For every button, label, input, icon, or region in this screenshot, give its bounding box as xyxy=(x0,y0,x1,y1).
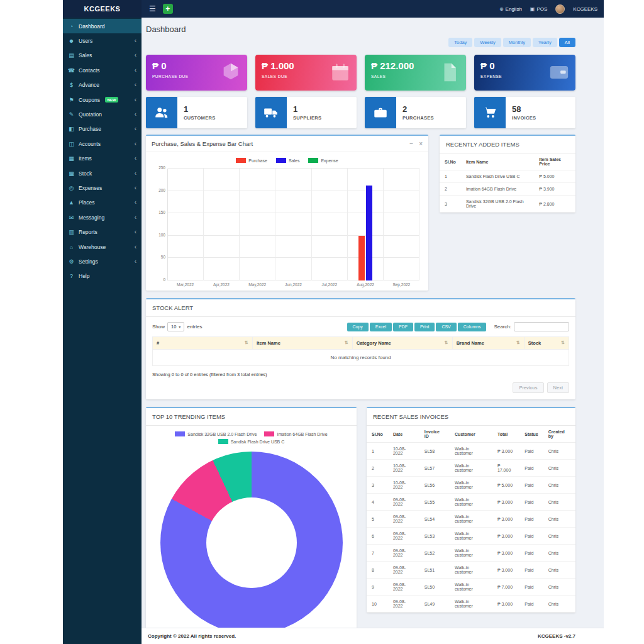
sidebar-item[interactable]: $ Advance ‹ xyxy=(63,78,142,92)
hamburger-icon[interactable]: ☰ xyxy=(149,4,156,13)
item-sales-price: ₱ 3.900 xyxy=(534,183,575,196)
sidebar-item-label: Expenses xyxy=(79,185,102,191)
chevron-left-icon: ‹ xyxy=(135,67,136,74)
column-header: Customer xyxy=(450,426,492,443)
sidebar-item[interactable]: ▤ Sales ‹ xyxy=(63,48,142,63)
sidebar-item[interactable]: ▥ Reports ‹ xyxy=(63,225,142,239)
sidebar-item[interactable]: ▦ Items ‹ xyxy=(63,152,142,166)
sidebar-item[interactable]: ✉ Messaging ‹ xyxy=(63,210,142,225)
filter-button[interactable]: All xyxy=(559,38,575,47)
sidebar-item[interactable]: ▩ Stock ‹ xyxy=(63,166,142,180)
language-menu[interactable]: ⊕ English xyxy=(499,6,522,12)
sidebar-item[interactable]: ⌂ Warehouse ‹ xyxy=(63,240,142,254)
filter-button[interactable]: Weekly xyxy=(474,38,501,47)
sidebar-item[interactable]: ◎ Expenses ‹ xyxy=(63,180,142,195)
invoice-id: SL52 xyxy=(419,545,450,562)
export-button[interactable]: Print xyxy=(414,323,435,331)
invoice-status: Paid xyxy=(519,460,543,477)
chevron-left-icon: ‹ xyxy=(135,170,136,177)
recently-added-items-card: RECENTLY ADDED ITEMS Sl.NoItem NameItem … xyxy=(440,135,575,213)
invoice-customer: Walk-in customer xyxy=(450,596,492,613)
invoice-id: SL58 xyxy=(419,443,450,460)
invoice-total: ₱ 17.000 xyxy=(492,460,519,477)
entries-select[interactable]: 10 ▾ xyxy=(167,322,184,331)
warehouse-icon: ⌂ xyxy=(68,244,75,250)
filter-button[interactable]: Monthly xyxy=(503,38,531,47)
invoice-row: 4 09-08-2022 SL55 Walk-in customer ₱ 3.0… xyxy=(367,494,575,511)
filter-button[interactable]: Today xyxy=(448,38,472,47)
counter-card-invoices: 58 INVOICES xyxy=(474,97,575,128)
sortable-column-header[interactable]: Item Name ⇅ xyxy=(252,337,352,350)
invoice-customer: Walk-in customer xyxy=(450,562,492,579)
close-icon[interactable]: × xyxy=(419,140,423,147)
pos-link[interactable]: ▣ POS xyxy=(530,6,547,12)
invoice-date: 09-08-2022 xyxy=(388,545,419,562)
trending-items-card: TOP 10 TRENDING ITEMS Sandisk 32GB USB 2… xyxy=(146,407,357,628)
sidebar-item[interactable]: ▲ Places ‹ xyxy=(63,196,142,210)
invoice-status: Paid xyxy=(519,477,543,494)
sidebar-item[interactable]: ◫ Accounts ‹ xyxy=(63,136,142,151)
invoice-row: 6 09-08-2022 SL53 Walk-in customer ₱ 3.0… xyxy=(367,528,575,545)
chevron-left-icon: ‹ xyxy=(135,229,136,235)
add-new-button[interactable]: + xyxy=(163,4,173,14)
export-button[interactable]: Columns xyxy=(458,323,487,331)
invoice-customer: Walk-in customer xyxy=(450,579,492,596)
new-badge: NEW xyxy=(105,97,118,103)
sidebar-item[interactable]: ⚙ Settings ‹ xyxy=(63,254,142,269)
recent-sales-invoices-card: RECENT SALES INVOICES Sl.NoDateInvoice I… xyxy=(367,407,575,613)
next-page-button[interactable]: Next xyxy=(547,382,569,393)
footer: Copyright © 2022 All rights reserved. KC… xyxy=(142,628,604,644)
copyright-text: Copyright © 2022 All rights reserved. xyxy=(148,633,236,639)
pos-icon: ▣ xyxy=(530,6,535,12)
invoice-row: 5 09-08-2022 SL54 Walk-in customer ₱ 3.0… xyxy=(367,511,575,528)
invoice-total: ₱ 7.000 xyxy=(492,579,519,596)
bar-chart-x-axis: Mar,2022Apr,2022May,2022Jun,2022Jul,2022… xyxy=(167,282,419,287)
invoices-label: INVOICES xyxy=(512,115,536,121)
wallet-icon xyxy=(548,62,570,86)
chevron-left-icon: ‹ xyxy=(135,185,136,191)
invoice-slno: 9 xyxy=(367,579,388,596)
stat-card-expense: ₱ 0 EXPENSE xyxy=(474,55,575,91)
stat-card-sales: ₱ 212.000 SALES xyxy=(365,55,466,91)
invoice-slno: 1 xyxy=(367,443,388,460)
sidebar-item[interactable]: ◧ Purchase ‹ xyxy=(63,122,142,136)
user-avatar[interactable] xyxy=(555,4,565,14)
invoice-slno: 3 xyxy=(367,477,388,494)
sortable-column-header[interactable]: Category Name ⇅ xyxy=(352,337,452,350)
export-button[interactable]: Copy xyxy=(347,323,369,331)
stat-card-sales-due: ₱ 1.000 SALES DUE xyxy=(255,55,357,91)
settings-icon: ⚙ xyxy=(68,258,75,265)
sortable-column-header[interactable]: # ⇅ xyxy=(153,337,253,350)
sidebar-item[interactable]: ? Help xyxy=(63,269,142,284)
brand-logo[interactable]: KCGEEKS xyxy=(63,0,142,18)
legend-label: Imation 64GB Flash Drive xyxy=(277,432,327,436)
invoice-slno: 6 xyxy=(367,528,388,545)
suppliers-count: 1 xyxy=(293,104,321,114)
item-name: Sandisk 32GB USB 2.0 Flash Drive xyxy=(461,196,534,213)
chevron-left-icon: ‹ xyxy=(135,82,136,88)
export-button[interactable]: PDF xyxy=(393,323,413,331)
sidebar-item[interactable]: ◔ Dashboard xyxy=(63,19,142,33)
sidebar-item[interactable]: ⚑ Coupons NEW ‹ xyxy=(63,92,142,107)
minimize-icon[interactable]: − xyxy=(409,140,413,147)
invoice-id: SL57 xyxy=(419,460,450,477)
export-button[interactable]: CSV xyxy=(436,323,456,331)
sortable-column-header[interactable]: Brand Name ⇅ xyxy=(452,337,524,350)
chevron-left-icon: ‹ xyxy=(135,244,136,250)
sidebar-item[interactable]: ☎ Contacts ‹ xyxy=(63,63,142,77)
search-input[interactable] xyxy=(514,322,569,331)
stat-card-row: ₱ 0 PURCHASE DUE ₱ 1.000 SALES DUE ₱ 212… xyxy=(146,55,575,91)
user-menu[interactable]: KCGEEKS xyxy=(573,6,597,12)
export-button[interactable]: Excel xyxy=(370,323,392,331)
chevron-left-icon: ‹ xyxy=(135,155,136,162)
sidebar-item[interactable]: ✎ Quotation ‹ xyxy=(63,107,142,121)
sort-icon: ⇅ xyxy=(245,340,248,345)
sort-icon: ⇅ xyxy=(516,340,520,345)
suppliers-label: SUPPLIERS xyxy=(293,115,321,121)
sortable-column-header[interactable]: Stock ⇅ xyxy=(524,337,569,350)
previous-page-button[interactable]: Previous xyxy=(513,382,543,393)
invoice-date: 09-08-2022 xyxy=(388,494,419,511)
sidebar-item[interactable]: ☻ Users ‹ xyxy=(63,33,142,48)
sidebar-item-label: Warehouse xyxy=(79,244,106,250)
filter-button[interactable]: Yearly xyxy=(533,38,557,47)
